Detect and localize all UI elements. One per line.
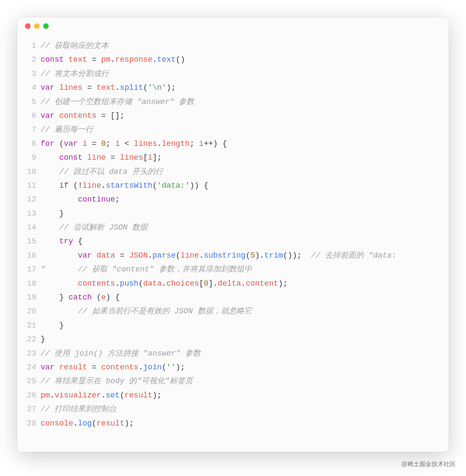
minimize-icon[interactable] [34,23,40,29]
line-code: for (var i = 0; i < lines.length; i++) { [41,137,440,151]
line-code: const line = lines[i]; [41,151,440,164]
code-line: 22} [26,332,440,346]
titlebar [17,17,449,35]
code-line: 13 } [26,207,440,221]
line-code: // 遍历每一行 [41,123,440,136]
code-line: 27// 打印结果到控制台 [26,402,440,416]
line-code: var lines = text.split('\n'); [41,81,440,95]
line-code: // 打印结果到控制台 [41,402,440,416]
code-line: 1// 获取响应的文本 [26,39,440,53]
code-line: 7// 遍历每一行 [26,123,440,136]
code-line: 4var lines = text.split('\n'); [26,81,440,95]
line-code: } [41,332,440,346]
line-code: contents.push(data.choices[0].delta.cont… [41,277,440,290]
line-code: pm.visualizer.set(result); [41,388,440,402]
close-icon[interactable] [25,23,31,29]
line-number: 15 [26,234,41,248]
line-code: // 创建一个空数组来存储 "answer" 参数 [41,95,440,109]
line-code: continue; [41,192,440,206]
line-code: var data = JSON.parse(line.substring(5).… [41,249,440,262]
code-line: 26pm.visualizer.set(result); [26,388,440,402]
line-code: } [41,207,440,221]
code-line: 8for (var i = 0; i < lines.length; i++) … [26,137,440,151]
line-code: } catch (e) { [41,290,440,304]
line-code: // 尝试解析 JSON 数据 [41,221,440,234]
line-code: var contents = []; [41,109,440,123]
line-number: 13 [26,207,41,221]
code-line: 23// 使用 join() 方法拼接 "answer" 参数 [26,347,440,360]
line-number: 11 [26,179,41,192]
line-number: 5 [26,95,41,109]
line-number: 18 [26,277,41,290]
code-line: 21 } [26,318,440,332]
line-number: 26 [26,388,41,402]
line-code: } [41,318,440,332]
code-line: 25// 将结果显示在 body 的"可视化"标签页 [26,374,440,388]
line-number: 8 [26,137,41,151]
line-number: 7 [26,123,41,136]
code-area: 1// 获取响应的文本2const text = pm.response.tex… [17,35,449,452]
code-line: 19 } catch (e) { [26,290,440,304]
code-line: 16 var data = JSON.parse(line.substring(… [26,249,440,262]
line-code: if (!line.startsWith('data:')) { [41,179,440,192]
line-number: 2 [26,53,41,66]
code-line: 24var result = contents.join(''); [26,360,440,374]
code-line: 9 const line = lines[i]; [26,151,440,164]
watermark: @稀土掘金技术社区 [401,460,456,468]
line-code: // 获取响应的文本 [41,39,440,53]
line-number: 25 [26,374,41,388]
code-line: 12 continue; [26,192,440,206]
code-line: 2const text = pm.response.text() [26,53,440,66]
code-line: 18 contents.push(data.choices[0].delta.c… [26,277,440,290]
line-number: 22 [26,332,41,346]
code-line: 10 // 跳过不以 data 开头的行 [26,165,440,179]
code-line: 5// 创建一个空数组来存储 "answer" 参数 [26,95,440,109]
line-number: 27 [26,402,41,416]
line-number: 21 [26,318,41,332]
line-number: 19 [26,290,41,304]
line-code: try { [41,234,440,248]
line-number: 6 [26,109,41,123]
code-line: 3// 将文本分割成行 [26,67,440,81]
code-line: 14 // 尝试解析 JSON 数据 [26,221,440,234]
code-line: 28console.log(result); [26,416,440,430]
line-number: 16 [26,249,41,262]
code-window: 1// 获取响应的文本2const text = pm.response.tex… [17,17,449,452]
line-code: const text = pm.response.text() [41,53,440,66]
line-code: // 将结果显示在 body 的"可视化"标签页 [41,374,440,388]
line-code: // 将文本分割成行 [41,67,440,81]
line-number: 4 [26,81,41,95]
line-code: " // 获取 "content" 参数，并将其添加到数组中 [41,262,440,276]
line-number: 24 [26,360,41,374]
code-line: 17" // 获取 "content" 参数，并将其添加到数组中 [26,262,440,276]
line-code: // 使用 join() 方法拼接 "answer" 参数 [41,347,440,360]
line-code: // 跳过不以 data 开头的行 [41,165,440,179]
line-number: 3 [26,67,41,81]
line-code: console.log(result); [41,416,440,430]
line-number: 12 [26,192,41,206]
code-line: 6var contents = []; [26,109,440,123]
line-code: // 如果当前行不是有效的 JSON 数据，就忽略它 [41,304,440,318]
line-number: 28 [26,416,41,430]
line-number: 9 [26,151,41,164]
line-number: 14 [26,221,41,234]
line-number: 20 [26,304,41,318]
code-line: 15 try { [26,234,440,248]
code-line: 11 if (!line.startsWith('data:')) { [26,179,440,192]
code-line: 20 // 如果当前行不是有效的 JSON 数据，就忽略它 [26,304,440,318]
line-number: 10 [26,165,41,179]
line-number: 23 [26,347,41,360]
maximize-icon[interactable] [43,23,49,29]
line-code: var result = contents.join(''); [41,360,440,374]
line-number: 1 [26,39,41,53]
line-number: 17 [26,262,41,276]
